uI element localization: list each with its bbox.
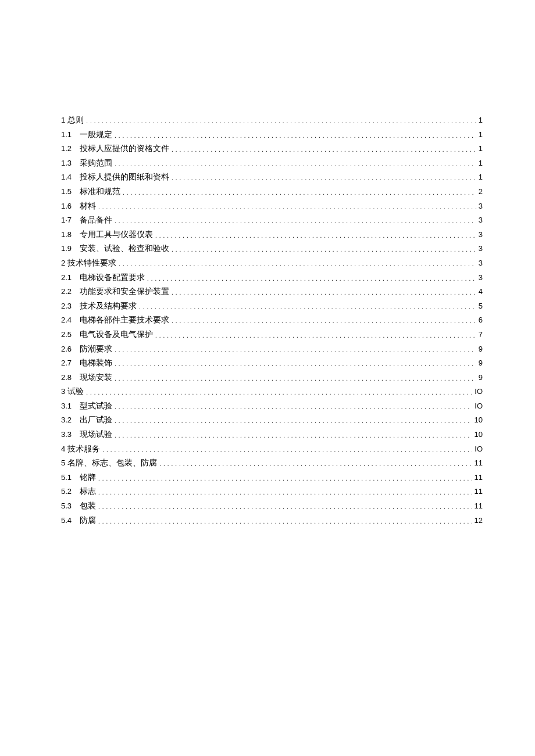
toc-entry-number: 2.5 (61, 328, 80, 342)
toc-entry-number: 3 (61, 385, 65, 399)
toc-entry: 2技术特性要求3 (61, 256, 483, 271)
toc-entry-title: 包装 (80, 499, 96, 514)
toc-entry-page: 11 (472, 485, 483, 499)
toc-leader-dots (84, 385, 472, 400)
toc-leader-dots (96, 200, 476, 214)
toc-entry-page: IO (472, 399, 483, 414)
toc-leader-dots (169, 314, 476, 328)
table-of-contents: 1总则11.1一般规定11.2投标人应提供的资格文件11.3采购范围11.4投标… (61, 113, 483, 528)
toc-entry: 4技术服务IO (61, 442, 483, 457)
toc-leader-dots (84, 114, 476, 128)
toc-entry-title: 技术特性要求 (65, 256, 116, 271)
toc-entry-page: 4 (476, 285, 483, 299)
toc-entry: 1.8专用工具与仪器仪表3 (61, 228, 483, 242)
toc-entry-title: 技术服务 (65, 442, 100, 457)
toc-entry-title: 名牌、标志、包装、防腐 (65, 456, 157, 471)
toc-entry: 5.2标志11 (61, 485, 483, 499)
toc-entry: 2.8现场安装9 (61, 371, 483, 385)
toc-entry-title: 电梯各部件主要技术要求 (80, 313, 169, 328)
toc-leader-dots (169, 285, 476, 300)
toc-entry-title: 技术及结构要求 (80, 299, 137, 314)
toc-leader-dots (145, 271, 476, 286)
toc-entry-page: 9 (476, 371, 483, 385)
toc-leader-dots (153, 228, 476, 243)
toc-entry-number: 5.2 (61, 485, 80, 499)
toc-entry-title: 投标人应提供的资格文件 (80, 142, 169, 156)
toc-entry-page: 3 (476, 213, 483, 228)
toc-entry-number: 5 (61, 456, 65, 471)
toc-entry-page: 1 (476, 128, 483, 142)
toc-entry-title: 标志 (80, 485, 96, 499)
toc-entry-number: 1.4 (61, 170, 80, 185)
toc-entry: 5.1铭牌11 (61, 471, 483, 485)
toc-leader-dots (112, 371, 476, 386)
toc-leader-dots (112, 400, 472, 414)
toc-entry: 2.5电气设备及电气保护7 (61, 328, 483, 342)
toc-entry-page: 12 (472, 514, 483, 528)
toc-entry: 1.5标准和规范2 (61, 185, 483, 199)
toc-leader-dots (116, 257, 476, 271)
toc-leader-dots (137, 300, 476, 314)
toc-entry-page: 11 (472, 456, 483, 471)
toc-entry-page: 2 (476, 185, 483, 199)
toc-entry: 1.3采购范围1 (61, 156, 483, 171)
toc-entry-title: 一般规定 (80, 128, 112, 142)
toc-entry-number: 2 (61, 256, 65, 271)
toc-entry-title: 总则 (65, 113, 84, 128)
toc-entry: 2.7电梯装饰9 (61, 356, 483, 371)
toc-entry-title: 采购范围 (80, 156, 112, 171)
toc-entry: 1.1一般规定1 (61, 128, 483, 142)
toc-entry-title: 专用工具与仪器仪表 (80, 228, 153, 242)
toc-entry-number: 5.3 (61, 499, 80, 514)
toc-entry-number: 1.8 (61, 228, 80, 242)
toc-entry: 3.3现场试验10 (61, 428, 483, 442)
toc-entry-page: 3 (476, 199, 483, 214)
toc-entry-number: 2.3 (61, 299, 80, 314)
toc-entry-page: 3 (476, 256, 483, 271)
toc-entry-page: 1 (476, 156, 483, 171)
toc-entry-title: 型式试验 (80, 399, 112, 414)
toc-entry-title: 铭牌 (80, 471, 96, 485)
toc-leader-dots (153, 328, 476, 343)
toc-entry-page: 3 (476, 228, 483, 242)
toc-entry-page: 6 (476, 313, 483, 328)
toc-entry-title: 现场试验 (80, 428, 112, 442)
toc-leader-dots (112, 414, 472, 428)
toc-entry-page: 1 (476, 113, 483, 128)
toc-entry-number: 1.5 (61, 185, 80, 199)
toc-entry-number: 1·7 (61, 213, 80, 228)
toc-entry-number: 1 (61, 113, 65, 128)
toc-leader-dots (96, 471, 472, 486)
toc-entry-number: 2.1 (61, 271, 80, 285)
toc-leader-dots (112, 428, 472, 443)
toc-entry-page: 1 (476, 170, 483, 185)
toc-leader-dots (96, 500, 472, 514)
toc-entry-title: 防潮要求 (80, 342, 112, 357)
toc-entry-number: 1.9 (61, 242, 80, 256)
toc-entry: 3.2出厂试验10 (61, 413, 483, 428)
toc-entry-title: 防腐 (80, 514, 96, 528)
toc-entry-page: 11 (472, 499, 483, 514)
toc-entry-page: 9 (476, 342, 483, 357)
toc-entry-title: 安装、试验、检查和验收 (80, 242, 169, 256)
toc-entry-title: 现场安装 (80, 371, 112, 385)
toc-entry-title: 电梯设备配置要求 (80, 271, 145, 285)
toc-entry-title: 投标人提供的图纸和资料 (80, 170, 169, 185)
toc-leader-dots (169, 142, 476, 157)
toc-entry-number: 3.1 (61, 399, 80, 414)
toc-entry: 2.1电梯设备配置要求3 (61, 271, 483, 285)
toc-leader-dots (120, 185, 476, 200)
toc-entry-page: 10 (472, 413, 483, 428)
toc-entry-page: 1 (476, 142, 483, 156)
toc-entry-number: 2.6 (61, 342, 80, 357)
toc-leader-dots (157, 457, 472, 471)
toc-entry-title: 试验 (65, 385, 84, 399)
toc-leader-dots (169, 242, 476, 257)
toc-entry-page: 5 (476, 299, 483, 314)
toc-entry: 2.2功能要求和安全保护装置4 (61, 285, 483, 299)
toc-entry-number: 1.6 (61, 199, 80, 214)
toc-leader-dots (112, 214, 476, 228)
toc-leader-dots (96, 485, 472, 500)
toc-entry-number: 2.4 (61, 313, 80, 328)
toc-leader-dots (112, 357, 476, 371)
